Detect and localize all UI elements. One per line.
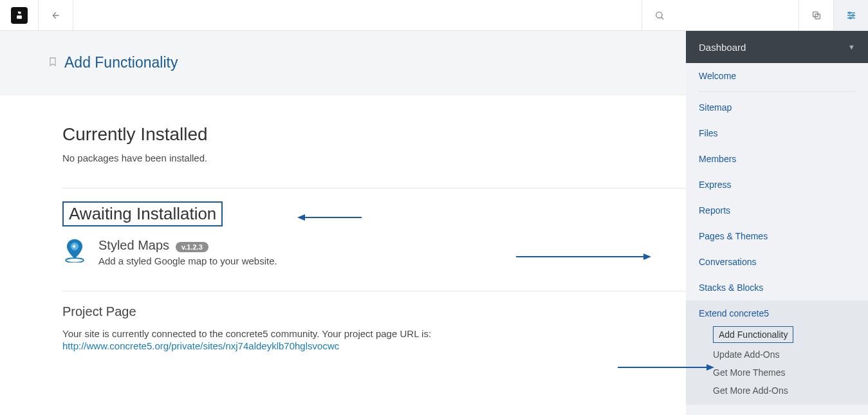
svg-point-11 (66, 258, 84, 263)
sidebar-subitem-get-addons[interactable]: Get More Add-Ons (686, 382, 868, 400)
top-toolbar (0, 0, 868, 31)
arrow-left-icon (51, 10, 61, 21)
annotation-arrow-icon (297, 213, 362, 222)
svg-point-8 (849, 17, 851, 19)
sidebar-item-conversations[interactable]: Conversations (686, 249, 868, 275)
sidebar-item-files[interactable]: Files (686, 120, 868, 146)
annotation-arrow-icon (618, 363, 714, 372)
concrete5-logo-icon (11, 7, 28, 24)
svg-point-4 (849, 12, 851, 14)
logo-button[interactable] (0, 0, 39, 30)
sidebar-header[interactable]: Dashboard ▼ (686, 31, 868, 63)
svg-point-6 (852, 14, 854, 16)
package-description: Add a styled Google map to your website. (98, 255, 771, 266)
sidebar-item-stacks-blocks[interactable]: Stacks & Blocks (686, 275, 868, 300)
sidebar-item-members[interactable]: Members (686, 146, 868, 172)
package-name: Styled Maps (98, 238, 169, 253)
svg-marker-14 (643, 254, 651, 260)
sliders-icon (846, 10, 856, 21)
copy-icon (811, 10, 822, 21)
dashboard-sidebar: Dashboard ▼ Welcome Sitemap Files Member… (686, 31, 868, 415)
sidebar-extend-group: Extend concrete5 Add Functionality Updat… (686, 300, 868, 405)
dashboard-label: Dashboard (699, 42, 746, 53)
divider (699, 91, 855, 92)
svg-point-0 (656, 12, 661, 17)
annotation-arrow-icon (516, 252, 651, 261)
settings-sliders-button[interactable] (833, 0, 868, 30)
search-icon (654, 10, 665, 21)
project-url-link[interactable]: http://www.concrete5.org/private/sites/n… (62, 340, 339, 351)
sidebar-item-sitemap[interactable]: Sitemap (686, 95, 868, 120)
svg-marker-16 (706, 364, 714, 371)
awaiting-heading-highlight: Awaiting Installation (62, 201, 223, 226)
sidebar-subitem-update-addons[interactable]: Update Add-Ons (686, 346, 868, 364)
search-button[interactable] (642, 0, 676, 30)
package-version-badge: v.1.2.3 (176, 242, 208, 252)
sidebar-subitem-add-functionality[interactable]: Add Functionality (713, 326, 793, 343)
map-pin-icon (62, 238, 87, 263)
sidebar-item-reports[interactable]: Reports (686, 198, 868, 223)
sidebar-item-pages-themes[interactable]: Pages & Themes (686, 223, 868, 249)
sidebar-item-extend[interactable]: Extend concrete5 (686, 300, 868, 324)
page-title: Add Functionality (64, 54, 178, 71)
bookmark-icon[interactable] (48, 55, 58, 70)
sidebar-item-welcome[interactable]: Welcome (686, 63, 868, 89)
copy-button[interactable] (799, 0, 833, 30)
sidebar-item-express[interactable]: Express (686, 172, 868, 198)
svg-marker-10 (297, 214, 305, 221)
caret-down-icon: ▼ (848, 43, 855, 51)
awaiting-installation-heading: Awaiting Installation (69, 204, 216, 224)
back-button[interactable] (39, 0, 73, 30)
